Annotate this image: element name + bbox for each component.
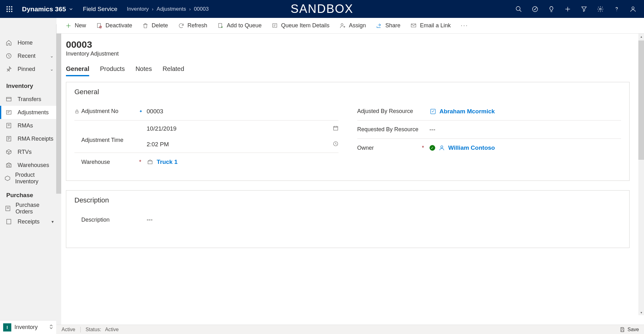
caret-down-icon: ▾ [51,219,54,224]
quick-create-button[interactable] [560,1,576,17]
settings-button[interactable] [593,1,608,17]
save-button[interactable]: Save [620,327,639,332]
cmd-email-a-link[interactable]: Email a Link [406,19,455,32]
scroll-up-icon: ▴ [638,34,644,39]
task-flow-button[interactable] [527,1,543,17]
warehouse-link[interactable]: Truck 1 [157,159,178,165]
adjusted-by-link[interactable]: Abraham Mcormick [440,108,495,115]
svg-rect-16 [7,110,11,114]
sidebar-item-purchase-orders[interactable]: Purchase Orders [0,202,56,215]
field-value: 00003 [147,108,163,115]
svg-rect-2 [11,6,13,7]
lock-icon [74,109,79,114]
tab-products[interactable]: Products [100,65,125,76]
cmd-add-to-queue[interactable]: Add to Queue [213,19,266,32]
svg-point-12 [616,10,617,11]
user-menu-button[interactable] [625,1,641,17]
cmd-deactivate[interactable]: Deactivate [92,19,137,32]
save-icon [620,327,625,332]
breadcrumb-sep: › [152,6,154,12]
plus-icon [564,6,571,13]
main-area: New Deactivate Delete Refresh Add to Que… [57,18,644,334]
brand-label[interactable]: Dynamics 365 [22,5,66,13]
svg-point-9 [516,6,520,10]
svg-rect-21 [7,219,11,224]
time-value: 2:02 PM [147,141,169,148]
tab-related[interactable]: Related [163,65,184,76]
breadcrumb-item-adjustments[interactable]: Adjustments [157,6,186,12]
sidebar-item-warehouses[interactable]: Warehouses [0,159,56,172]
sidebar-item-label: RMA Receipts [18,136,53,142]
breadcrumb-item-inventory[interactable]: Inventory [127,6,149,12]
brand-chevron-button[interactable] [68,7,73,12]
email-icon [410,23,417,29]
trash-icon [142,23,149,29]
cmd-label: Add to Queue [227,22,262,29]
sidebar-item-recent[interactable]: Recent ⌄ [0,49,56,62]
sidebar-item-adjustments[interactable]: Adjustments [0,106,56,119]
cmd-label: Queue Item Details [281,22,329,29]
svg-rect-4 [9,8,10,10]
assistant-button[interactable] [544,1,559,17]
field-warehouse[interactable]: Warehouse * Truck 1 [74,153,338,171]
field-owner[interactable]: Owner * William Contoso [357,139,621,157]
sidebar-item-label: Purchase Orders [16,202,54,215]
search-button[interactable] [511,1,527,17]
sidebar-item-home[interactable]: Home [0,36,56,49]
cmd-delete[interactable]: Delete [138,19,172,32]
adjustment-icon [6,109,12,116]
field-adjustment-time[interactable]: Adjustment Time 10/21/2019 2:02 PM [74,121,338,153]
sidebar-item-rtvs[interactable]: RTVs [0,145,56,159]
sidebar-item-label: Transfers [18,96,41,103]
app-launcher-button[interactable] [3,3,16,15]
cmd-overflow[interactable]: ··· [457,22,471,29]
content-scrollbar[interactable]: ▴ ▾ [638,34,644,315]
field-adjustment-no[interactable]: Adjustment No ✦ 00003 [74,102,338,121]
field-label: Adjustment No [81,108,118,115]
sidebar-item-rma-receipts[interactable]: RMA Receipts [0,132,56,145]
svg-rect-15 [7,97,11,101]
home-icon [6,40,12,46]
sidebar-container: Home Recent ⌄ Pinned ⌄ Inventory Transfe… [0,18,57,334]
sidebar-item-transfers[interactable]: Transfers [0,93,56,106]
help-button[interactable] [609,1,625,17]
chevron-down-icon [68,7,73,12]
cmd-new[interactable]: New [61,19,90,32]
required-marker: * [422,145,426,151]
product-inventory-icon [4,175,11,181]
field-description[interactable]: Description --- [74,211,257,229]
owner-link[interactable]: William Contoso [448,144,495,151]
field-adjusted-by-resource[interactable]: Adjusted By Resource Abraham Mcormick [357,102,621,121]
app-name-label[interactable]: Field Service [83,6,117,13]
sidebar-item-pinned[interactable]: Pinned ⌄ [0,62,56,76]
status-bar: Active Status: Active Save [57,325,644,334]
breadcrumb: Inventory › Adjustments › 00003 [127,6,209,12]
tab-notes[interactable]: Notes [135,65,152,76]
cmd-queue-item-details[interactable]: Queue Item Details [267,19,334,32]
cmd-share[interactable]: Share [371,19,405,32]
sidebar-item-label: RTVs [18,149,32,155]
sidebar-item-receipts[interactable]: Receipts ▾ [0,215,56,228]
advanced-find-button[interactable] [576,1,592,17]
sidebar-item-label: Adjustments [18,109,49,116]
scroll-thumb[interactable] [638,40,644,160]
field-requested-by-resource[interactable]: Requested By Resource --- [357,121,621,139]
cmd-refresh[interactable]: Refresh [174,19,212,32]
cmd-assign[interactable]: Assign [335,19,370,32]
field-label: Adjustment Time [81,137,123,143]
cmd-label: Share [385,22,400,29]
sidebar-group-inventory: Inventory [0,76,56,93]
breadcrumb-item-record[interactable]: 00003 [194,6,208,12]
svg-rect-7 [9,11,10,12]
clock-icon[interactable] [333,141,338,148]
warehouse-icon [6,162,12,168]
sidebar-item-product-inventory[interactable]: Product Inventory [0,172,56,185]
area-picker[interactable]: I Inventory [0,320,56,334]
tab-general[interactable]: General [66,65,89,76]
calendar-icon[interactable] [333,125,338,132]
help-icon [613,6,620,13]
sidebar-item-rmas[interactable]: RMAs [0,119,56,132]
date-value: 10/21/2019 [147,125,176,132]
svg-rect-29 [333,126,338,130]
svg-point-10 [533,6,538,12]
